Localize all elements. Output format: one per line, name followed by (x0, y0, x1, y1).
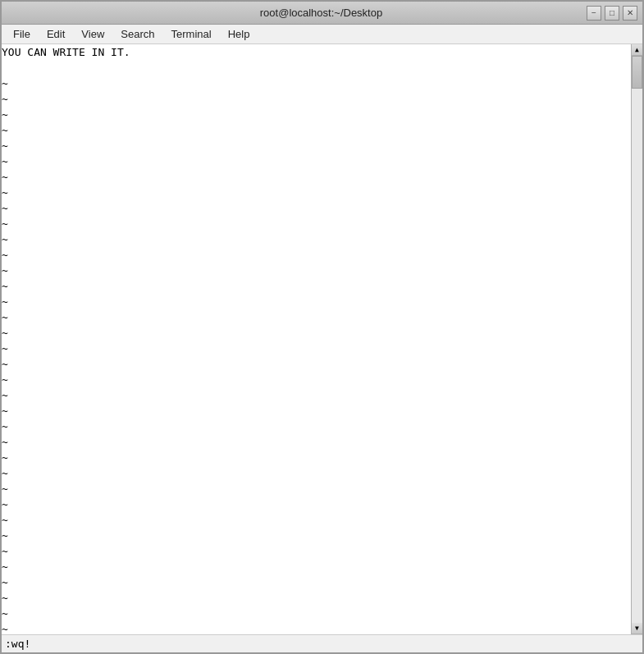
editor-tilde-33: ~ (2, 543, 631, 559)
editor-tilde-21: ~ (2, 356, 631, 372)
editor-tilde-23: ~ (2, 387, 631, 403)
editor-tilde-26: ~ (2, 434, 631, 450)
editor-tilde-17: ~ (2, 294, 631, 309)
editor-tilde-32: ~ (2, 528, 631, 543)
scrollbar-up-button[interactable]: ▲ (632, 44, 642, 56)
scrollbar-down-button[interactable]: ▼ (632, 623, 642, 634)
editor-tilde-24: ~ (2, 403, 631, 418)
editor-tilde-7: ~ (2, 138, 631, 153)
title-bar: root@localhost:~/Desktop − □ ✕ (2, 2, 642, 25)
editor-line-1: YOU CAN WRITE IN IT. (2, 44, 631, 60)
menu-bar: File Edit View Search Terminal Help (2, 25, 642, 44)
window-controls: − □ ✕ (587, 6, 637, 21)
minimize-button[interactable]: − (587, 6, 601, 21)
editor-tilde-6: ~ (2, 122, 631, 138)
menu-file[interactable]: File (5, 26, 39, 42)
editor-tilde-13: ~ (2, 231, 631, 247)
menu-terminal[interactable]: Terminal (163, 26, 220, 42)
editor-tilde-29: ~ (2, 481, 631, 496)
editor-tilde-28: ~ (2, 465, 631, 481)
editor-tilde-10: ~ (2, 185, 631, 200)
scrollbar[interactable]: ▲ ▼ (631, 44, 642, 634)
editor-tilde-30: ~ (2, 496, 631, 512)
status-bar: :wq! (2, 634, 642, 652)
status-text: :wq! (5, 638, 30, 650)
editor-tilde-8: ~ (2, 153, 631, 169)
editor-tilde-36: ~ (2, 590, 631, 606)
main-window: root@localhost:~/Desktop − □ ✕ File Edit… (0, 0, 644, 654)
editor-tilde-34: ~ (2, 559, 631, 574)
editor-tilde-18: ~ (2, 309, 631, 325)
menu-search[interactable]: Search (112, 26, 162, 42)
editor-tilde-4: ~ (2, 91, 631, 107)
editor-line-2 (2, 60, 631, 75)
editor-tilde-22: ~ (2, 372, 631, 387)
editor-tilde-12: ~ (2, 216, 631, 231)
editor-tilde-38: ~ (2, 621, 631, 634)
editor-container: YOU CAN WRITE IN IT. ~~~~~~~~~~~~~~~~~~~… (2, 44, 642, 634)
editor-tilde-37: ~ (2, 606, 631, 621)
window-title: root@localhost:~/Desktop (56, 7, 587, 19)
menu-edit[interactable]: Edit (39, 26, 73, 42)
scrollbar-thumb[interactable] (632, 56, 642, 89)
menu-help[interactable]: Help (220, 26, 258, 42)
editor-tilde-14: ~ (2, 247, 631, 263)
editor-tilde-27: ~ (2, 450, 631, 465)
editor-tilde-9: ~ (2, 169, 631, 185)
editor-tilde-3: ~ (2, 75, 631, 91)
close-button[interactable]: ✕ (623, 6, 637, 21)
editor-tilde-25: ~ (2, 418, 631, 434)
editor-content[interactable]: YOU CAN WRITE IN IT. ~~~~~~~~~~~~~~~~~~~… (2, 44, 631, 634)
editor-tilde-20: ~ (2, 341, 631, 356)
editor-tilde-31: ~ (2, 512, 631, 528)
menu-view[interactable]: View (73, 26, 112, 42)
maximize-button[interactable]: □ (605, 6, 619, 21)
editor-tilde-5: ~ (2, 107, 631, 122)
editor-tilde-19: ~ (2, 325, 631, 341)
editor-tilde-35: ~ (2, 574, 631, 590)
editor-tilde-11: ~ (2, 200, 631, 216)
editor-text-area[interactable]: YOU CAN WRITE IN IT. ~~~~~~~~~~~~~~~~~~~… (2, 44, 631, 634)
editor-tilde-15: ~ (2, 263, 631, 278)
scrollbar-track[interactable] (632, 56, 642, 623)
editor-tilde-16: ~ (2, 278, 631, 294)
